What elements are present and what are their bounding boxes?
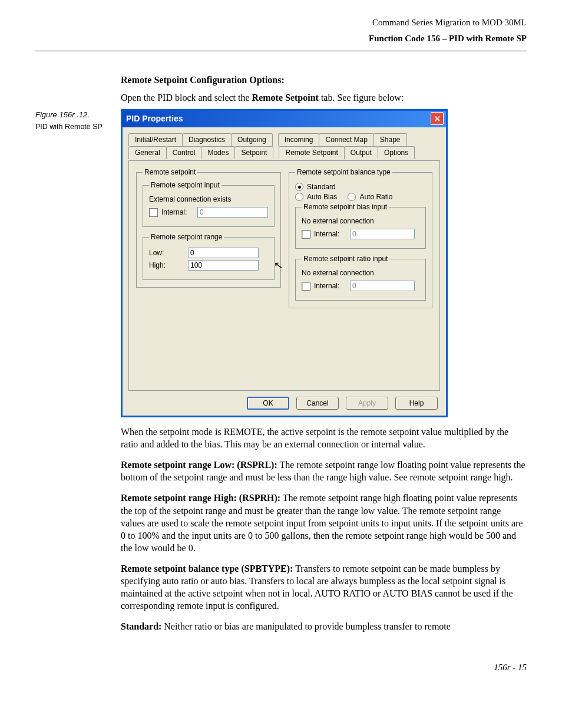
ratio-internal-label: Internal: (314, 282, 346, 290)
section-heading: Remote Setpoint Configuration Options: (121, 75, 527, 85)
low-label: Low: (149, 249, 184, 257)
figure-caption: PID with Remote SP (35, 123, 109, 132)
legend-rsp-range: Remote setpoint range (149, 233, 224, 241)
radio-standard-label: Standard (307, 183, 336, 191)
tab-options[interactable]: Options (378, 146, 415, 159)
tab-incoming[interactable]: Incoming (278, 133, 320, 146)
tab-general[interactable]: General (128, 146, 167, 159)
tab-outgoing[interactable]: Outgoing (231, 133, 273, 146)
radio-auto-bias[interactable] (295, 193, 303, 201)
group-balance-type: Remote setpoint balance type Standard Au… (289, 168, 432, 308)
para-intro: When the setpoint mode is REMOTE, the ac… (121, 426, 527, 450)
ok-button[interactable]: OK (247, 397, 289, 410)
page-footer: 156r - 15 (35, 663, 527, 673)
intro-bold: Remote Setpoint (252, 93, 319, 103)
doc-header: Command Series Migration to MOD 30ML (35, 18, 527, 28)
group-rsp-input: Remote setpoint input External connectio… (143, 181, 275, 227)
para-rsprl: Remote setpoint range Low: (RSPRL): The … (121, 459, 527, 483)
rsp-range-low-input[interactable] (188, 248, 259, 258)
rsp-input-internal-checkbox[interactable] (149, 208, 158, 217)
ratio-no-ext-conn: No external connection (302, 269, 419, 277)
dialog-title: PID Properties (126, 114, 183, 123)
tab-panel-remote-setpoint: ↖ Remote setpoint Remote setpoint input … (128, 160, 440, 391)
radio-auto-ratio-label: Auto Ratio (359, 193, 392, 201)
radio-auto-bias-label: Auto Bias (307, 193, 337, 201)
section-header: Function Code 156 – PID with Remote SP (35, 34, 527, 44)
legend-balance-type: Remote setpoint balance type (295, 168, 392, 176)
para-rsprl-lead: Remote setpoint range Low: (RSPRL): (121, 460, 277, 470)
legend-remote-setpoint: Remote setpoint (143, 168, 197, 176)
dialog-titlebar[interactable]: PID Properties ✕ (123, 111, 446, 127)
pid-properties-dialog: PID Properties ✕ Initial/Restart Diagnos… (121, 109, 448, 417)
rsp-input-internal-value[interactable] (197, 207, 268, 218)
tab-output[interactable]: Output (344, 146, 378, 159)
header-rule (35, 51, 527, 51)
apply-button[interactable]: Apply (346, 397, 388, 410)
bias-internal-value[interactable] (350, 229, 415, 239)
tab-shape[interactable]: Shape (373, 133, 407, 146)
para-spbtype: Remote setpoint balance type (SPBTYPE): … (121, 562, 527, 612)
dialog-button-bar: OK Cancel Apply Help (128, 391, 440, 410)
cancel-button[interactable]: Cancel (296, 397, 339, 410)
close-button[interactable]: ✕ (431, 112, 444, 125)
tab-connect-map[interactable]: Connect Map (319, 133, 373, 146)
group-remote-setpoint: Remote setpoint Remote setpoint input Ex… (136, 168, 281, 288)
intro-prefix: Open the PID block and select the (121, 93, 252, 103)
tab-modes[interactable]: Modes (201, 146, 235, 159)
legend-ratio-input: Remote setpoint ratio input (302, 255, 389, 263)
group-bias-input: Remote setpoint bias input No external c… (295, 203, 426, 249)
rsp-range-high-input[interactable] (188, 260, 259, 271)
legend-bias-input: Remote setpoint bias input (302, 203, 389, 211)
tab-remote-setpoint[interactable]: Remote Setpoint (279, 146, 344, 159)
close-icon: ✕ (434, 115, 441, 123)
tab-diagnostics[interactable]: Diagnostics (182, 133, 232, 146)
legend-rsp-input: Remote setpoint input (149, 181, 222, 189)
bias-internal-label: Internal: (314, 230, 346, 238)
rsp-input-internal-label: Internal: (161, 208, 194, 216)
help-button[interactable]: Help (395, 397, 438, 410)
ratio-internal-value[interactable] (350, 281, 415, 291)
para-standard: Standard: Neither ratio or bias are mani… (121, 620, 527, 633)
para-standard-body: Neither ratio or bias are manipulated to… (161, 621, 451, 631)
para-rsprh-lead: Remote setpoint range High: (RSPRH): (121, 493, 280, 503)
intro-suffix: tab. See figure below: (319, 93, 404, 103)
tab-setpoint[interactable]: Setpoint (234, 146, 273, 159)
radio-auto-ratio[interactable] (348, 193, 356, 201)
group-rsp-range: Remote setpoint range Low: High: (143, 233, 275, 280)
tab-initial-restart[interactable]: Initial/Restart (128, 133, 183, 146)
bias-internal-checkbox[interactable] (302, 230, 310, 239)
para-standard-lead: Standard: (121, 621, 161, 631)
ext-conn-exists-label: External connection exists (149, 195, 268, 203)
tab-strip: Initial/Restart Diagnostics Outgoing Inc… (128, 133, 440, 159)
high-label: High: (149, 261, 184, 269)
para-rsprh: Remote setpoint range High: (RSPRH): The… (121, 492, 527, 554)
radio-standard[interactable] (295, 183, 303, 191)
figure-label: Figure 156r .12. (35, 110, 109, 119)
intro-text: Open the PID block and select the Remote… (121, 93, 527, 103)
tab-control[interactable]: Control (166, 146, 202, 159)
para-spbtype-lead: Remote setpoint balance type (SPBTYPE): (121, 564, 293, 574)
group-ratio-input: Remote setpoint ratio input No external … (295, 255, 426, 301)
ratio-internal-checkbox[interactable] (302, 282, 310, 291)
bias-no-ext-conn: No external connection (302, 217, 419, 225)
